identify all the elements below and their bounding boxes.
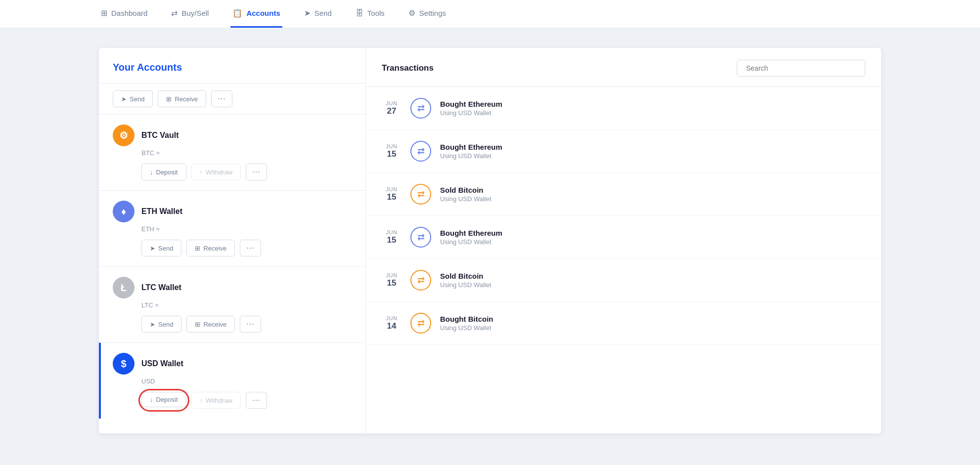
tx-title: Sold Bitcoin [440, 186, 491, 194]
nav-send[interactable]: ➤ Send [302, 0, 334, 28]
btc-deposit-icon: ↓ [150, 169, 153, 176]
tx-transfer-icon: ⇄ [410, 227, 431, 248]
tx-info: Bought Bitcoin Using USD Wallet [440, 315, 493, 332]
usd-more-button[interactable]: ··· [246, 392, 267, 409]
tx-subtitle: Using USD Wallet [440, 281, 491, 289]
btc-name: BTC Vault [141, 131, 179, 140]
nav-tools[interactable]: 🗄 Tools [354, 0, 387, 28]
top-actions-bar: ➤ Send ⊞ Receive ··· [99, 83, 365, 114]
top-receive-label: Receive [175, 95, 198, 103]
nav-send-label: Send [314, 9, 332, 17]
tx-title: Bought Ethereum [440, 229, 502, 237]
left-panel: Your Accounts ➤ Send ⊞ Receive ··· ⚙ BTC… [99, 48, 366, 433]
eth-receive-label: Receive [203, 245, 226, 252]
transactions-list: JUN 27 ⇄ Bought Ethereum Using USD Walle… [366, 87, 881, 433]
tx-month: JUN [382, 143, 401, 149]
btc-balance: BTC ≈ [141, 149, 352, 157]
top-send-button[interactable]: ➤ Send [113, 90, 153, 107]
tx-transfer-icon: ⇄ [410, 313, 431, 334]
tx-info: Sold Bitcoin Using USD Wallet [440, 186, 491, 203]
ltc-icon: Ł [113, 277, 134, 298]
transaction-row[interactable]: JUN 14 ⇄ Bought Bitcoin Using USD Wallet [366, 302, 881, 345]
top-receive-button[interactable]: ⊞ Receive [158, 90, 206, 107]
eth-send-label: Send [158, 245, 173, 252]
settings-icon: ⚙ [408, 8, 415, 18]
btc-actions: ↓ Deposit ↑ Withdraw ··· [141, 164, 352, 180]
eth-send-button[interactable]: ➤ Send [141, 240, 181, 256]
send-icon: ➤ [304, 8, 311, 18]
usd-deposit-wrapper: ↓ Deposit [141, 392, 186, 409]
transaction-row[interactable]: JUN 27 ⇄ Bought Ethereum Using USD Walle… [366, 87, 881, 130]
nav-buysell[interactable]: ⇄ Buy/Sell [169, 0, 211, 28]
tx-transfer-icon: ⇄ [410, 270, 431, 291]
nav-dashboard-label: Dashboard [111, 9, 147, 17]
ltc-balance: LTC ≈ [141, 301, 352, 309]
tx-title: Bought Ethereum [440, 143, 502, 151]
transaction-row[interactable]: JUN 15 ⇄ Sold Bitcoin Using USD Wallet [366, 259, 881, 302]
tx-day: 14 [382, 321, 401, 331]
account-usd-wallet: $ USD Wallet USD ↓ Deposit ↑ Withdraw [99, 342, 365, 419]
usd-balance: USD [141, 378, 352, 385]
btc-withdraw-label: Withdraw [206, 169, 232, 176]
btc-deposit-label: Deposit [156, 169, 178, 176]
btc-icon: ⚙ [113, 125, 134, 146]
usd-actions: ↓ Deposit ↑ Withdraw ··· [141, 392, 352, 409]
eth-icon: ♦ [113, 201, 134, 222]
tools-icon: 🗄 [356, 9, 363, 18]
top-more-button[interactable]: ··· [211, 90, 232, 107]
nav-tools-label: Tools [367, 9, 385, 17]
ltc-receive-button[interactable]: ⊞ Receive [186, 316, 235, 333]
ltc-more-button[interactable]: ··· [240, 316, 261, 333]
btc-withdraw-icon: ↑ [200, 169, 203, 176]
btc-more-button[interactable]: ··· [246, 164, 267, 180]
ltc-send-button[interactable]: ➤ Send [141, 316, 181, 333]
nav-bar: ⊞ Dashboard ⇄ Buy/Sell 📋 Accounts ➤ Send… [0, 0, 980, 28]
eth-name: ETH Wallet [141, 207, 182, 216]
accounts-icon: 📋 [232, 8, 242, 18]
nav-settings-label: Settings [419, 9, 446, 17]
btc-deposit-button[interactable]: ↓ Deposit [141, 164, 186, 180]
top-send-icon: ➤ [121, 95, 127, 103]
transaction-row[interactable]: JUN 15 ⇄ Sold Bitcoin Using USD Wallet [366, 173, 881, 216]
tx-date: JUN 15 [382, 229, 401, 245]
nav-accounts-label: Accounts [246, 9, 280, 17]
eth-more-button[interactable]: ··· [240, 240, 261, 256]
tx-month: JUN [382, 229, 401, 235]
buysell-icon: ⇄ [171, 8, 178, 18]
account-usd-header: $ USD Wallet [113, 353, 352, 375]
ltc-receive-label: Receive [203, 321, 226, 328]
search-input[interactable] [737, 60, 865, 77]
eth-actions: ➤ Send ⊞ Receive ··· [141, 240, 352, 256]
tx-date: JUN 14 [382, 315, 401, 331]
nav-dashboard[interactable]: ⊞ Dashboard [99, 0, 149, 28]
transaction-row[interactable]: JUN 15 ⇄ Bought Ethereum Using USD Walle… [366, 130, 881, 173]
eth-receive-icon: ⊞ [195, 245, 200, 252]
ltc-send-icon: ➤ [150, 321, 155, 328]
transactions-title: Transactions [382, 63, 434, 73]
usd-withdraw-label: Withdraw [206, 397, 232, 404]
tx-title: Bought Ethereum [440, 100, 502, 108]
ltc-actions: ➤ Send ⊞ Receive ··· [141, 316, 352, 333]
transaction-row[interactable]: JUN 15 ⇄ Bought Ethereum Using USD Walle… [366, 216, 881, 259]
eth-receive-button[interactable]: ⊞ Receive [186, 240, 235, 256]
account-ltc-header: Ł LTC Wallet [113, 277, 352, 298]
tx-subtitle: Using USD Wallet [440, 238, 502, 246]
account-btc-header: ⚙ BTC Vault [113, 125, 352, 146]
eth-send-icon: ➤ [150, 245, 155, 252]
tx-day: 27 [382, 106, 401, 116]
ltc-name: LTC Wallet [141, 283, 181, 292]
usd-deposit-button[interactable]: ↓ Deposit [141, 392, 186, 407]
tx-date: JUN 15 [382, 186, 401, 202]
top-send-label: Send [130, 95, 144, 103]
btc-withdraw-button[interactable]: ↑ Withdraw [191, 164, 241, 180]
ltc-send-label: Send [158, 321, 173, 328]
nav-accounts[interactable]: 📋 Accounts [230, 0, 282, 28]
nav-buysell-label: Buy/Sell [181, 9, 209, 17]
usd-withdraw-button[interactable]: ↑ Withdraw [191, 392, 241, 409]
tx-subtitle: Using USD Wallet [440, 195, 491, 203]
tx-date: JUN 15 [382, 143, 401, 159]
nav-settings[interactable]: ⚙ Settings [406, 0, 448, 28]
tx-info: Bought Ethereum Using USD Wallet [440, 143, 502, 160]
tx-subtitle: Using USD Wallet [440, 324, 493, 332]
tx-transfer-icon: ⇄ [410, 184, 431, 205]
